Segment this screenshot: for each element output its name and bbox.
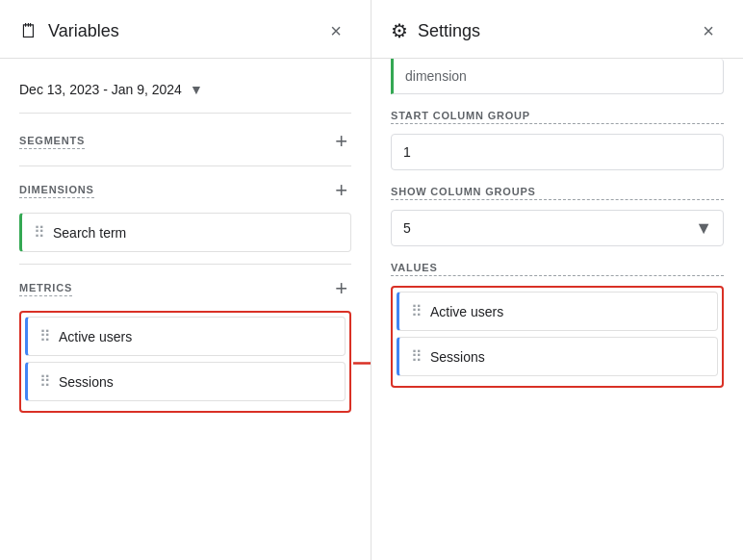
segments-label: SEGMENTS bbox=[19, 135, 85, 149]
show-column-groups-section: SHOW COLUMN GROUPS 1 2 3 4 5 10 15 20 ▼ bbox=[391, 186, 724, 246]
drag-icon: ⠿ bbox=[34, 223, 45, 242]
right-panel-header: ⚙ Settings × bbox=[372, 0, 743, 59]
date-range-row[interactable]: Dec 13, 2023 - Jan 9, 2024 ▼ bbox=[19, 74, 351, 114]
segments-divider bbox=[19, 165, 351, 166]
start-column-group-input[interactable] bbox=[391, 134, 724, 170]
metric-item-active-users[interactable]: ⠿ Active users bbox=[25, 317, 346, 356]
dimension-input[interactable] bbox=[391, 59, 724, 94]
left-panel: 🗒 Variables × Dec 13, 2023 - Jan 9, 2024… bbox=[0, 0, 372, 560]
left-panel-title: 🗒 Variables bbox=[19, 20, 119, 42]
value-item-sessions[interactable]: ⠿ Sessions bbox=[397, 337, 718, 376]
add-segment-button[interactable]: + bbox=[331, 129, 351, 154]
left-panel-header: 🗒 Variables × bbox=[0, 0, 371, 59]
close-icon: × bbox=[330, 20, 342, 42]
metrics-red-box-container: ⠿ Active users ⠿ Sessions bbox=[19, 311, 351, 419]
metrics-section-header: METRICS + bbox=[19, 276, 351, 301]
drag-icon: ⠿ bbox=[411, 347, 423, 366]
value-active-users-label: Active users bbox=[430, 304, 705, 319]
dimension-field-section bbox=[391, 59, 724, 94]
metric-sessions-label: Sessions bbox=[59, 374, 333, 390]
show-column-groups-wrapper: 1 2 3 4 5 10 15 20 ▼ bbox=[391, 210, 724, 246]
settings-icon: ⚙ bbox=[391, 19, 408, 42]
right-panel-title: ⚙ Settings bbox=[391, 19, 480, 42]
date-range-arrow-icon: ▼ bbox=[190, 82, 203, 97]
dimensions-label: DIMENSIONS bbox=[19, 184, 94, 198]
left-panel-close-button[interactable]: × bbox=[320, 15, 351, 46]
segments-section-header: SEGMENTS + bbox=[19, 129, 351, 154]
metrics-arrow bbox=[351, 353, 371, 377]
add-dimension-icon: + bbox=[335, 178, 347, 202]
right-panel-close-button[interactable]: × bbox=[693, 15, 724, 46]
variables-icon: 🗒 bbox=[19, 20, 38, 42]
dimension-item-label: Search term bbox=[53, 225, 339, 241]
metric-active-users-label: Active users bbox=[59, 329, 333, 344]
start-column-group-section: START COLUMN GROUP bbox=[391, 110, 724, 170]
dimension-item-search-term[interactable]: ⠿ Search term bbox=[19, 213, 351, 252]
drag-icon: ⠿ bbox=[39, 327, 51, 345]
add-dimension-button[interactable]: + bbox=[331, 178, 351, 203]
values-red-box: ⠿ Active users ⠿ Sessions bbox=[391, 286, 724, 388]
drag-icon: ⠿ bbox=[411, 302, 423, 320]
values-label: VALUES bbox=[391, 262, 724, 276]
add-metric-button[interactable]: + bbox=[331, 276, 351, 301]
metrics-red-box: ⠿ Active users ⠿ Sessions bbox=[19, 311, 351, 413]
right-panel: ⚙ Settings × START COLUMN GROUP SHOW COL… bbox=[372, 0, 743, 560]
metric-item-sessions[interactable]: ⠿ Sessions bbox=[25, 362, 346, 401]
arrow-svg bbox=[351, 353, 371, 374]
right-panel-content: START COLUMN GROUP SHOW COLUMN GROUPS 1 … bbox=[372, 59, 743, 560]
left-panel-content: Dec 13, 2023 - Jan 9, 2024 ▼ SEGMENTS + … bbox=[0, 59, 371, 560]
metrics-label: METRICS bbox=[19, 282, 72, 296]
show-column-groups-select[interactable]: 1 2 3 4 5 10 15 20 bbox=[391, 210, 724, 246]
dimensions-section-header: DIMENSIONS + bbox=[19, 178, 351, 203]
values-section: VALUES ⠿ Active users ⠿ Sessions bbox=[391, 262, 724, 388]
show-column-groups-label: SHOW COLUMN GROUPS bbox=[391, 186, 724, 200]
dimensions-divider bbox=[19, 264, 351, 265]
value-item-active-users[interactable]: ⠿ Active users bbox=[397, 292, 718, 331]
value-sessions-label: Sessions bbox=[430, 349, 705, 365]
left-panel-title-text: Variables bbox=[48, 21, 119, 41]
close-icon: × bbox=[703, 20, 714, 42]
date-range-text: Dec 13, 2023 - Jan 9, 2024 bbox=[19, 82, 182, 97]
right-panel-title-text: Settings bbox=[418, 21, 480, 41]
add-segment-icon: + bbox=[335, 129, 347, 153]
drag-icon: ⠿ bbox=[39, 372, 51, 391]
start-column-group-label: START COLUMN GROUP bbox=[391, 110, 724, 124]
add-metric-icon: + bbox=[335, 276, 347, 300]
